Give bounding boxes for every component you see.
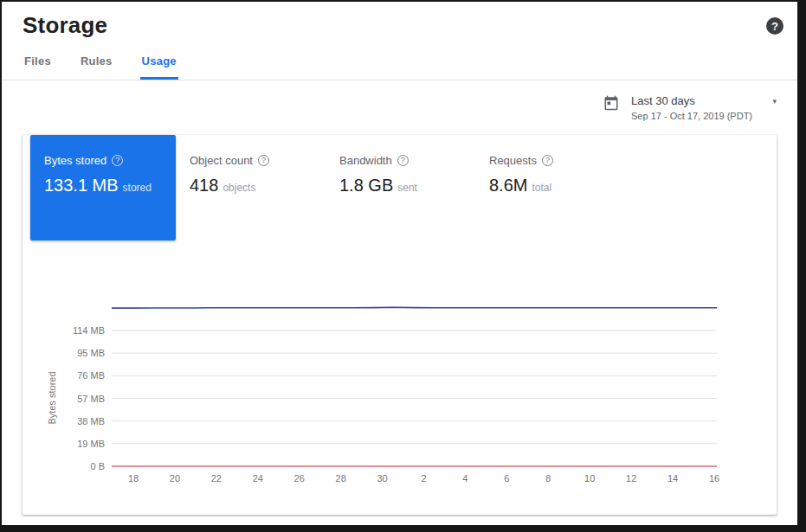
svg-text:57 MB: 57 MB [77, 394, 105, 404]
svg-text:95 MB: 95 MB [77, 348, 105, 358]
svg-text:76 MB: 76 MB [77, 370, 105, 381]
tab-usage[interactable]: Usage [140, 49, 178, 80]
svg-text:38 MB: 38 MB [77, 416, 105, 426]
help-icon: ? [397, 155, 409, 166]
metric-card-bandwidth[interactable]: Bandwidth ? 1.8 GBsent [326, 135, 475, 215]
bytes-stored-line-chart: 114 MB95 MB76 MB57 MB38 MB19 MB0 B182022… [23, 273, 777, 507]
svg-text:16: 16 [709, 473, 719, 484]
metric-label: Object count ? [190, 154, 312, 167]
svg-text:24: 24 [253, 473, 263, 484]
svg-text:6: 6 [504, 473, 509, 484]
tab-bar: Files Rules Usage [2, 49, 797, 80]
svg-text:4: 4 [462, 473, 467, 484]
help-icon: ? [112, 155, 123, 166]
usage-chart: 114 MB95 MB76 MB57 MB38 MB19 MB0 B182022… [23, 273, 777, 515]
storage-page: Storage ? Files Rules Usage Last 30 days… [2, 2, 797, 525]
svg-text:2: 2 [421, 473, 426, 484]
page-header: Storage ? [2, 2, 797, 39]
metric-value: 418objects [190, 176, 312, 195]
svg-text:10: 10 [584, 473, 595, 484]
date-range-detail: Sep 17 - Oct 17, 2019 (PDT) [631, 111, 752, 121]
date-range-text: Last 30 days ▾ Sep 17 - Oct 17, 2019 (PD… [631, 94, 777, 123]
svg-text:114 MB: 114 MB [73, 325, 105, 336]
tab-rules[interactable]: Rules [79, 49, 114, 80]
metric-card-requests[interactable]: Requests ? 8.6Mtotal [475, 135, 625, 215]
date-range-label: Last 30 days [631, 94, 695, 107]
svg-text:20: 20 [170, 473, 180, 484]
metric-card-bytes-stored[interactable]: Bytes stored ? 133.1 MBstored [30, 135, 176, 240]
calendar-icon [603, 95, 619, 114]
metric-label: Bandwidth ? [339, 154, 461, 167]
chevron-down-icon: ▾ [772, 97, 777, 106]
svg-text:12: 12 [626, 473, 636, 484]
usage-card: Bytes stored ? 133.1 MBstored Object cou… [23, 135, 777, 515]
svg-text:19 MB: 19 MB [77, 439, 105, 449]
metric-label: Bytes stored ? [44, 154, 162, 167]
toolbar: Last 30 days ▾ Sep 17 - Oct 17, 2019 (PD… [2, 80, 797, 135]
svg-text:18: 18 [128, 473, 139, 484]
tab-files[interactable]: Files [23, 49, 53, 80]
help-icon: ? [542, 155, 553, 166]
svg-text:26: 26 [294, 473, 305, 484]
page-title: Storage [23, 12, 107, 39]
svg-text:28: 28 [336, 473, 346, 484]
metric-card-object-count[interactable]: Object count ? 418objects [176, 135, 326, 215]
svg-text:8: 8 [545, 473, 551, 484]
metric-value: 133.1 MBstored [44, 176, 162, 195]
svg-text:22: 22 [211, 473, 222, 484]
date-range-selector[interactable]: Last 30 days ▾ Sep 17 - Oct 17, 2019 (PD… [603, 94, 777, 123]
svg-text:Bytes stored: Bytes stored [47, 371, 57, 424]
metric-value: 8.6Mtotal [489, 176, 611, 195]
help-icon[interactable]: ? [766, 17, 783, 35]
svg-text:0 B: 0 B [90, 461, 105, 471]
metric-cards: Bytes stored ? 133.1 MBstored Object cou… [23, 135, 777, 240]
metric-label: Requests ? [489, 154, 611, 167]
svg-text:30: 30 [377, 473, 387, 484]
svg-text:14: 14 [667, 473, 678, 484]
metric-value: 1.8 GBsent [339, 176, 461, 195]
help-icon: ? [258, 155, 269, 166]
